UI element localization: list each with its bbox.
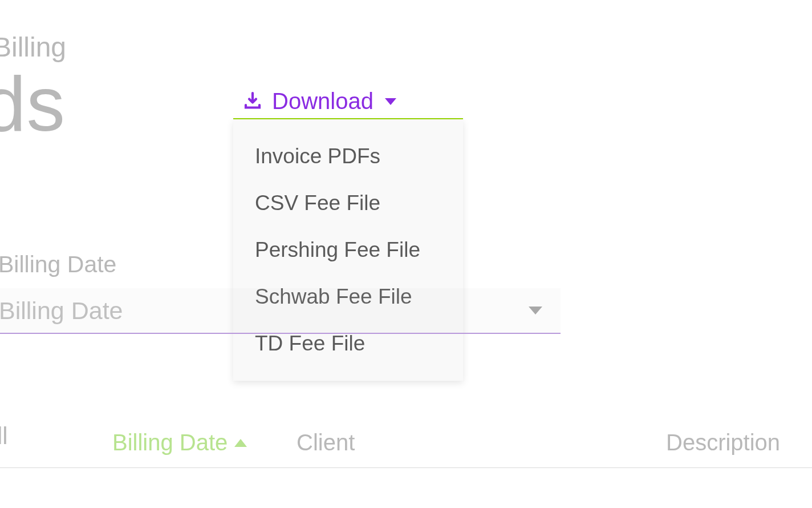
page-title: cords: [0, 60, 66, 148]
billing-date-select[interactable]: Billing Date: [0, 288, 561, 334]
select-placeholder: Billing Date: [0, 297, 123, 325]
menu-item-pershing-fee-file[interactable]: Pershing Fee File: [233, 227, 463, 273]
download-dropdown-menu: Invoice PDFs CSV Fee File Pershing Fee F…: [233, 119, 463, 381]
select-all-label[interactable]: ct All: [0, 422, 8, 450]
chevron-down-icon: [529, 307, 542, 315]
billing-date-filter-label: Billing Date: [0, 251, 116, 278]
column-header-billing-date[interactable]: Billing Date: [112, 430, 247, 455]
menu-item-csv-fee-file[interactable]: CSV Fee File: [233, 180, 463, 227]
download-icon: [242, 91, 263, 112]
table-divider: [0, 467, 812, 468]
caret-down-icon: [385, 98, 396, 105]
download-label: Download: [272, 88, 373, 114]
column-label: Billing Date: [112, 430, 228, 455]
breadcrumb[interactable]: Billing: [0, 31, 66, 63]
download-button[interactable]: Download: [242, 88, 396, 122]
sort-ascending-icon: [234, 439, 247, 447]
column-header-description[interactable]: Description: [666, 430, 780, 455]
column-header-client[interactable]: Client: [297, 430, 355, 455]
menu-item-invoice-pdfs[interactable]: Invoice PDFs: [233, 133, 463, 180]
